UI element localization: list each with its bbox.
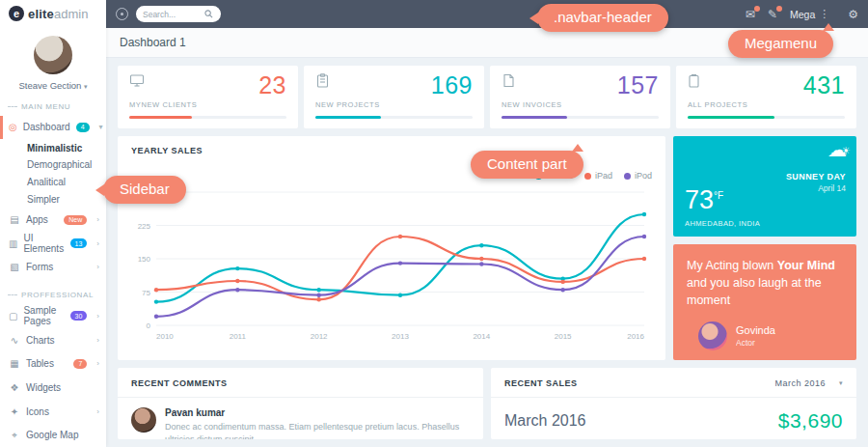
weather-widget: ☁☀ SUNNEY DAY April 14 73°F AHMEDABAD, I… (673, 136, 856, 237)
sidebar-item-widgets[interactable]: ❖ Widgets (0, 376, 106, 400)
user-avatar[interactable] (34, 36, 72, 74)
progress-bar (688, 116, 845, 119)
ui-elements-count-badge: 13 (70, 238, 88, 248)
comment-item[interactable]: Pavan kumar Donec ac condimentum massa. … (118, 398, 483, 439)
stat-value: 169 (431, 73, 473, 98)
section-main-menu: MAIN MENU (0, 91, 106, 116)
search-input[interactable] (143, 10, 201, 19)
sidebar-item-analitical[interactable]: Analitical (0, 174, 106, 191)
sidebar-item-demographical[interactable]: Demographical (0, 156, 106, 174)
invoice-icon (502, 73, 515, 92)
legend-dot (584, 173, 591, 180)
stat-label: MYNEW CLIENTS (129, 100, 286, 109)
callout-content-part: Content part (471, 151, 583, 179)
sales-month-select[interactable]: March 2016▾ (774, 378, 843, 388)
chevron-down-icon: ▾ (84, 83, 88, 90)
chevron-right-icon: › (96, 359, 99, 368)
stat-label: NEW PROJECTS (315, 100, 473, 109)
stat-card-new-invoices[interactable]: 157 NEW INVOICES (490, 66, 670, 128)
chevron-right-icon: › (96, 239, 99, 248)
main-area: ✉ ✎ Mega⋮ ⚙ Dashboard 1 23 MYNEW CLIENTS (106, 0, 868, 447)
callout-arrow-up (572, 144, 583, 152)
weather-location: AHMEDABAD, INDIA (685, 219, 760, 228)
sidebar-item-sample-pages[interactable]: ▢ Sample Pages 30 › (0, 304, 106, 328)
chevron-down-icon: ▾ (99, 123, 103, 131)
sidebar-item-dashboard[interactable]: ◎ Dashboard 4 ▾ (0, 116, 106, 140)
sidebar: e eliteadmin Steave Gection ▾ MAIN MENU … (0, 0, 106, 447)
recent-sales-title: RECENT SALES (504, 378, 578, 388)
sidebar-item-icons[interactable]: ✦ Icons › (0, 400, 106, 424)
svg-text:0: 0 (147, 321, 151, 330)
brand-logo[interactable]: e eliteadmin (0, 0, 106, 28)
tables-icon: ▦ (9, 358, 20, 369)
sidebar-item-label: Widgets (26, 382, 61, 393)
svg-text:2012: 2012 (311, 332, 328, 341)
svg-text:150: 150 (138, 255, 151, 264)
forms-icon: ▧ (9, 262, 20, 272)
section-dashes (8, 106, 17, 107)
sales-month-label: March 2016 (504, 412, 586, 430)
stat-card-new-projects[interactable]: 169 NEW PROJECTS (304, 66, 484, 128)
sidebar-item-label: UI Elements (23, 233, 64, 254)
chevron-right-icon: › (96, 407, 99, 416)
notification-dot (776, 6, 782, 12)
svg-text:2014: 2014 (473, 332, 490, 341)
quote-card: My Acting blown Your Mind and you also l… (673, 244, 856, 360)
sales-amount: $3,690 (778, 409, 843, 433)
dashboard-icon: ◎ (9, 122, 17, 132)
chevron-right-icon: › (96, 263, 99, 271)
search-box[interactable] (136, 6, 221, 22)
stat-value: 157 (617, 73, 659, 98)
mega-menu-button[interactable]: Mega⋮ (790, 8, 829, 20)
sidebar-item-forms[interactable]: ▧ Forms › (0, 256, 106, 280)
sample-pages-count-badge: 30 (70, 311, 88, 321)
lightbulb-icon: ✦ (9, 406, 20, 417)
commenter-avatar (131, 407, 156, 433)
chevron-right-icon: › (96, 312, 99, 321)
ui-elements-icon: ▥ (9, 238, 17, 249)
weather-condition: SUNNEY DAY (786, 172, 846, 182)
svg-text:2016: 2016 (627, 332, 644, 341)
map-pin-icon: ⌖ (9, 430, 20, 441)
search-icon (204, 10, 213, 18)
progress-bar (502, 116, 659, 119)
yearly-sales-chart-card: YEARLY SALES iPhone iPad iPod 0751502253… (118, 136, 665, 360)
sidebar-item-simpler[interactable]: Simpler (0, 190, 106, 208)
widgets-icon: ❖ (9, 382, 20, 393)
sidebar-item-tables[interactable]: ▦ Tables 7 › (0, 351, 106, 376)
callout-arrow-left (529, 13, 538, 24)
recent-comments-title: RECENT COMMENTS (118, 368, 483, 398)
app-window: e eliteadmin Steave Gection ▾ MAIN MENU … (0, 0, 868, 447)
stat-card-all-projects[interactable]: 431 All PROJECTS (676, 66, 856, 128)
apps-icon: ▤ (9, 214, 20, 225)
settings-gear-icon[interactable]: ⚙ (848, 8, 858, 21)
weather-date: April 14 (786, 183, 846, 193)
sidebar-toggle-icon[interactable] (116, 8, 128, 20)
recent-comments-card: RECENT COMMENTS Pavan kumar Donec ac con… (118, 368, 483, 439)
quote-text: My Acting blown Your Mind and you also l… (687, 257, 843, 309)
comment-text: Donec ac condimentum massa. Etiam pellen… (165, 421, 470, 439)
content-part: 23 MYNEW CLIENTS 169 NEW PROJECTS (106, 58, 868, 447)
apps-new-badge: New (64, 215, 87, 225)
compose-icon[interactable]: ✎ (768, 9, 777, 20)
sidebar-item-label: Charts (26, 335, 54, 346)
messages-icon[interactable]: ✉ (746, 9, 755, 20)
quote-author: Govinda (736, 324, 775, 336)
quote-author-avatar (698, 321, 727, 350)
clipboard-icon (315, 73, 330, 92)
sidebar-item-apps[interactable]: ▤ Apps New › (0, 208, 106, 232)
monitor-icon (129, 73, 145, 92)
sidebar-item-ui-elements[interactable]: ▥ UI Elements 13 › (0, 232, 106, 256)
section-dashes (8, 294, 17, 295)
sidebar-item-minimalistic[interactable]: Minimalistic (0, 139, 106, 156)
legend-item-ipod[interactable]: iPod (624, 171, 652, 181)
svg-text:2013: 2013 (392, 332, 409, 341)
sidebar-item-charts[interactable]: ∿ Charts › (0, 328, 106, 352)
stat-card-new-clients[interactable]: 23 MYNEW CLIENTS (118, 66, 298, 128)
sidebar-item-label: Sample Pages (23, 305, 64, 326)
user-profile[interactable]: Steave Gection ▾ (0, 28, 106, 91)
svg-text:75: 75 (142, 289, 150, 297)
legend-item-ipad[interactable]: iPad (584, 171, 612, 181)
section-proffessional: PROFFESSIONAL (0, 279, 106, 304)
sidebar-item-google-map[interactable]: ⌖ Google Map (0, 423, 106, 447)
